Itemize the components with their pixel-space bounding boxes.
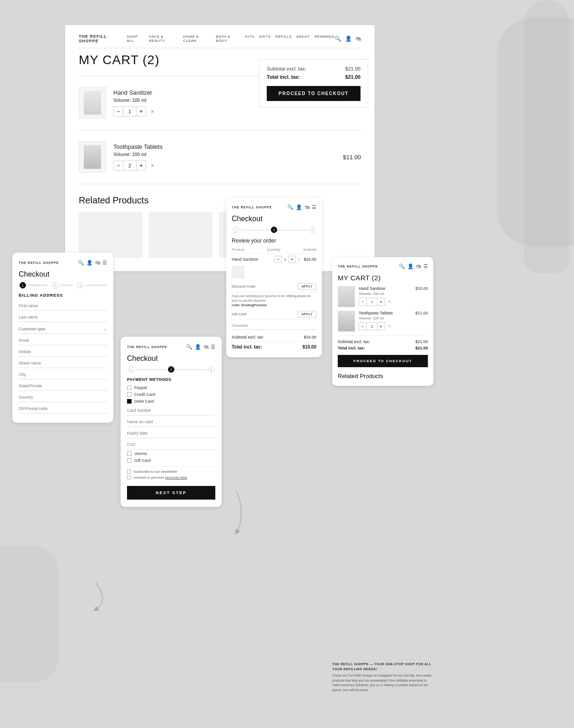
nav-home-clean[interactable]: HOME & CLEAN (183, 35, 211, 43)
gift-card-row: Gift Card APPLY (232, 309, 316, 320)
name-on-card-field[interactable] (127, 417, 215, 427)
zip-field[interactable] (19, 404, 107, 414)
mc-item-2-increase[interactable]: + (377, 322, 385, 330)
mc-item-1-remove[interactable]: × (388, 298, 391, 305)
next-step-button[interactable]: NEXT STEP (127, 486, 215, 500)
m1-account-icon[interactable]: 👤 (86, 260, 93, 266)
discount-apply-button[interactable]: APPLY (298, 283, 316, 290)
debit-card-checkbox[interactable] (127, 399, 132, 404)
cart-item-2-qty-increase[interactable]: + (136, 161, 146, 171)
m1-search-icon[interactable]: 🔍 (78, 260, 84, 266)
debit-card-option[interactable]: Debit Card (127, 399, 215, 404)
cart-item-2-qty-decrease[interactable]: − (113, 161, 123, 171)
email-field[interactable] (19, 336, 107, 345)
nav-refills[interactable]: REFILLS (275, 35, 292, 43)
nav-about[interactable]: ABOUT (296, 35, 310, 43)
m2-account-icon[interactable]: 👤 (195, 344, 201, 350)
mobile-cart-item-2-qty: − 2 + × (359, 322, 407, 330)
mobile-review-order-panel: THE REFILL SHOPPE 🔍 👤 🛍 ☰ Checkout 1 2 3… (226, 198, 322, 357)
consent-row[interactable]: consent to process personal data (127, 475, 215, 480)
nav-face-beauty[interactable]: FACE & BEAUTY (149, 35, 179, 43)
comment-field[interactable] (232, 322, 316, 330)
review-subtotal-row: Subtotal excl. tax: $10.00 (232, 334, 316, 341)
m2-cart-icon[interactable]: 🛍 (203, 344, 208, 350)
first-name-field[interactable] (19, 301, 107, 311)
city-field[interactable] (19, 370, 107, 379)
paypal-checkbox[interactable] (127, 385, 132, 390)
mobile-checkout-details-panel: THE REFILL SHOPPE 🔍 👤 🛍 ☰ Checkout 1 YOU… (12, 253, 113, 423)
mc-item-2-decrease[interactable]: − (359, 322, 367, 330)
m1-cart-icon[interactable]: 🛍 (95, 260, 100, 266)
nav-rewards[interactable]: REWARDS (315, 35, 335, 43)
discount-code-value: code: SendingPouches (232, 303, 267, 307)
mobile-panel-3-header: THE REFILL SHOPPE 🔍 👤 🛍 ☰ (232, 204, 316, 210)
credit-card-checkbox[interactable] (127, 392, 132, 397)
mobile-checkout-button[interactable]: PROCEED TO CHECKOUT (338, 355, 428, 367)
expiry-date-field[interactable] (127, 429, 215, 438)
consent-section: Subscribe to our newsletter consent to p… (127, 466, 215, 480)
proceed-checkout-button[interactable]: PROCEED TO CHECKOUT (267, 86, 361, 101)
state-field[interactable] (19, 381, 107, 391)
gift-card-checkbox[interactable] (127, 458, 132, 463)
nav-gifts[interactable]: GIFTS (259, 35, 271, 43)
m4-cart-icon[interactable]: 🛍 (416, 263, 421, 269)
m3-search-icon[interactable]: 🔍 (287, 204, 294, 210)
related-product-1[interactable] (79, 212, 142, 258)
mobile-related-title: Related Products (338, 373, 428, 379)
m2-menu-icon[interactable]: ☰ (211, 344, 215, 350)
subscribe-row[interactable]: Subscribe to our newsletter (127, 470, 215, 474)
customer-type-field[interactable]: Customer type ⌄ (19, 324, 107, 334)
street-field[interactable] (19, 359, 107, 368)
account-icon[interactable]: 👤 (345, 35, 352, 42)
cart-item-2-qty-value: 2 (123, 161, 136, 171)
review-qty-increase[interactable]: + (289, 256, 296, 263)
last-name-field[interactable] (19, 313, 107, 322)
nav-bath-body[interactable]: BATH & BODY (216, 35, 241, 43)
m1-menu-icon[interactable]: ☰ (102, 260, 107, 266)
search-icon[interactable]: 🔍 (335, 35, 341, 42)
paypal-option[interactable]: Paypal (127, 385, 215, 390)
cart-item-1-qty-increase[interactable]: + (136, 106, 146, 116)
m4-menu-icon[interactable]: ☰ (423, 263, 428, 269)
nav-shop-all[interactable]: SHOP ALL (127, 35, 145, 43)
m4-search-icon[interactable]: 🔍 (399, 263, 405, 269)
cart-item-1-qty-decrease[interactable]: − (113, 106, 123, 116)
mc-item-1-increase[interactable]: + (377, 298, 385, 306)
review-qty-decrease[interactable]: − (274, 256, 282, 263)
cvc-field[interactable] (127, 440, 215, 450)
col-subtotal: Subtotal (303, 248, 316, 252)
venmo-option[interactable]: Venmo (127, 451, 215, 456)
m3-account-icon[interactable]: 👤 (296, 204, 302, 210)
mc-subtotal-value: $21.00 (415, 339, 428, 344)
card-number-field[interactable] (127, 406, 215, 415)
mc-item-2-remove[interactable]: × (388, 323, 391, 329)
discount-code-row: Discount Code APPLY (232, 281, 316, 292)
personal-data-link[interactable]: personal data (165, 475, 187, 480)
m1-step-line-2 (75, 285, 75, 286)
venmo-checkbox[interactable] (127, 451, 132, 456)
subscribe-checkbox[interactable] (127, 470, 131, 474)
footer-section: THE REFILL SHOPPE — YOUR ONE-STOP SHOP F… (332, 662, 432, 693)
m3-cart-icon[interactable]: 🛍 (305, 204, 310, 210)
cart-item-2-remove[interactable]: × (151, 162, 154, 169)
mc-total-label: Total incl. tax: (338, 346, 365, 350)
mobile-field[interactable] (19, 347, 107, 357)
m2-checkout-title: Checkout (127, 354, 215, 363)
m3-menu-icon[interactable]: ☰ (312, 204, 316, 210)
cart-item-1-remove[interactable]: × (151, 108, 154, 115)
gift-card-payment-option[interactable]: Gift Card (127, 458, 215, 463)
mobile-cart-item-2: Toothpaste Tablets Volume: 100 ml − 2 + … (338, 311, 428, 332)
m2-search-icon[interactable]: 🔍 (186, 344, 193, 350)
country-field[interactable] (19, 393, 107, 402)
mc-item-1-decrease[interactable]: − (359, 298, 367, 306)
related-product-2[interactable] (149, 212, 213, 258)
review-qty-value: 1 (283, 258, 287, 262)
gift-card-apply-button[interactable]: APPLY (298, 311, 316, 318)
mc-total-row: Total incl. tax: $21.00 (338, 346, 428, 350)
nav-kits[interactable]: KITS (245, 35, 254, 43)
consent-checkbox[interactable] (127, 475, 131, 480)
m4-account-icon[interactable]: 👤 (407, 263, 414, 269)
credit-card-option[interactable]: Credit Card (127, 392, 215, 397)
total-label: Total incl. tax: (267, 74, 300, 80)
cart-icon[interactable]: 🛍 (356, 35, 361, 42)
